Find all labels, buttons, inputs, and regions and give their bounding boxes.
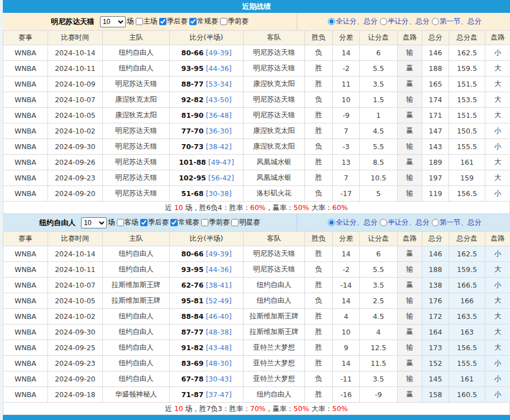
cell-total-points: 119 (422, 186, 449, 202)
cell-date: 2024-09-30 (48, 324, 103, 340)
cell-total-line: 151.5 (449, 108, 485, 123)
mode-radio-2[interactable] (432, 219, 439, 226)
mode-radio-label: 半让分、总分 (388, 218, 430, 227)
cell-score: 67-78 [30-43] (170, 371, 244, 387)
filter-checkbox-3[interactable] (220, 18, 227, 25)
cell-point-diff: 9 (333, 340, 360, 356)
cell-home-team: 明尼苏达天猫 (103, 155, 170, 170)
column-header-9: 总分 (422, 31, 449, 45)
mode-radio-label: 第一节、总分 (440, 218, 482, 227)
cell-score: 87-77 [48-38] (170, 324, 244, 340)
cell-handicap-outcome: 赢 (398, 356, 422, 371)
results-table: 赛事比赛时间主队比分(半场)客队胜负分差让分盘盘路总分总分盘盘路WNBA2024… (3, 231, 510, 403)
mode-radio-1[interactable] (380, 18, 387, 25)
table-row: WNBA2024-10-05康涅狄克太阳81-90 [36-48]明尼苏达天猫胜… (3, 108, 510, 123)
mode-radio-0[interactable] (328, 219, 335, 226)
cell-home-team: 明尼苏达天猫 (103, 77, 170, 92)
cell-league: WNBA (3, 278, 48, 293)
cell-league: WNBA (3, 123, 48, 139)
games-unit-label: 场 (108, 218, 115, 227)
table-row: WNBA2024-09-23纽约自由人83-69 [48-30]亚特兰大梦想胜1… (3, 356, 510, 371)
cell-home-team: 康涅狄克太阳 (103, 108, 170, 123)
games-unit-label: 场 (127, 17, 134, 26)
cell-total-line: 153.5 (449, 92, 485, 108)
cell-total-line: 160.5 (449, 387, 485, 403)
mode-radio-2[interactable] (432, 18, 439, 25)
filter-checkbox-0[interactable] (117, 219, 124, 226)
cell-total-line: 159.5 (449, 262, 485, 278)
cell-total-line: 166.5 (449, 278, 485, 293)
cell-handicap-outcome: 输 (398, 340, 422, 356)
cell-home-team: 明尼苏达天猫 (103, 139, 170, 155)
cell-league: WNBA (3, 324, 48, 340)
full-time-score: 93-95 (181, 64, 203, 73)
cell-result: 负 (305, 262, 333, 278)
cell-result: 胜 (305, 309, 333, 324)
half-time-score: [43-48] (203, 343, 231, 352)
cell-handicap: 11.5 (360, 356, 398, 371)
cell-point-diff: -11 (333, 371, 360, 387)
cell-point-diff: -16 (333, 387, 360, 403)
filter-checkbox-3[interactable] (201, 219, 208, 226)
cell-point-diff: -2 (333, 262, 360, 278)
column-header-3: 比分(半场) (170, 232, 244, 246)
cell-handicap: 5 (360, 186, 398, 202)
games-count-select[interactable]: 10 (100, 16, 126, 27)
filter-checkbox-label: 常规赛 (178, 218, 199, 227)
filter-checkbox-2[interactable] (170, 219, 178, 226)
record-summary: 近 10 场，胜6负4：胜率：60%，赢率：50% 大率：60% (3, 202, 510, 214)
cell-total-points: 171 (422, 108, 449, 123)
half-time-score: [43-50] (203, 96, 231, 104)
cell-handicap: 12.5 (360, 340, 398, 356)
cell-result: 胜 (305, 387, 333, 403)
team-name: 纽约自由人 (39, 218, 75, 228)
mode-radio-0[interactable] (328, 18, 335, 25)
cell-home-team: 拉斯维加斯王牌 (103, 278, 170, 293)
cell-result: 胜 (305, 61, 333, 77)
cell-total-outcome: 小 (485, 123, 510, 139)
filter-checkbox-2[interactable] (189, 18, 197, 25)
cell-total-points: 174 (422, 92, 449, 108)
column-header-2: 主队 (103, 31, 170, 45)
cell-date: 2024-09-30 (48, 139, 103, 155)
summary-stat-value: 60% (250, 203, 266, 212)
cell-home-team: 明尼苏达天猫 (103, 170, 170, 186)
filter-checkbox-item: 季后赛 (158, 17, 188, 26)
games-count-select[interactable]: 10 (81, 217, 107, 228)
mode-radio-group: 全让分、总分半让分、总分第一节、总分 (297, 214, 510, 231)
team-name: 明尼苏达天猫 (51, 17, 94, 27)
table-row: WNBA2024-10-05拉斯维加斯王牌95-81 [52-49]纽约自由人负… (3, 293, 510, 309)
mode-radio-label: 全让分、总分 (336, 17, 378, 26)
cell-score: 93-95 [44-36] (170, 262, 244, 278)
cell-result: 胜 (305, 340, 333, 356)
filter-checkbox-1[interactable] (140, 219, 147, 226)
cell-score: 92-82 [43-50] (170, 92, 244, 108)
filter-checkbox-4[interactable] (231, 219, 239, 226)
results-table: 赛事比赛时间主队比分(半场)客队胜负分差让分盘盘路总分总分盘盘路WNBA2024… (3, 30, 510, 202)
bottom-bar (3, 415, 510, 420)
filter-checkbox-0[interactable] (136, 18, 143, 25)
cell-away-team: 拉斯维加斯王牌 (244, 324, 305, 340)
column-header-11: 盘路 (485, 31, 510, 45)
filter-checkbox-1[interactable] (159, 18, 166, 25)
cell-date: 2024-10-05 (48, 108, 103, 123)
mode-radio-item: 全让分、总分 (326, 17, 378, 26)
cell-total-outcome: 大 (485, 324, 510, 340)
full-time-score: 91-82 (181, 343, 203, 352)
cell-score: 88-84 [46-40] (170, 309, 244, 324)
table-row: WNBA2024-10-07康涅狄克太阳92-82 [43-50]明尼苏达天猫负… (3, 92, 510, 108)
cell-total-line: 159.5 (449, 61, 485, 77)
cell-total-outcome: 小 (485, 186, 510, 202)
cell-home-team: 明尼苏达天猫 (103, 123, 170, 139)
half-time-score: [36-30] (203, 127, 231, 135)
column-header-0: 赛事 (3, 31, 48, 45)
cell-score: 102-95 [56-42] (170, 170, 244, 186)
mode-radio-1[interactable] (380, 219, 387, 226)
cell-point-diff: 4 (333, 309, 360, 324)
cell-total-points: 143 (422, 139, 449, 155)
cell-total-line: 156.5 (449, 186, 485, 202)
summary-stat-value: 50% (294, 203, 309, 212)
filter-checkbox-label: 主场 (144, 17, 158, 26)
full-time-score: 71-87 (181, 390, 203, 399)
half-time-score: [53-34] (203, 80, 231, 88)
